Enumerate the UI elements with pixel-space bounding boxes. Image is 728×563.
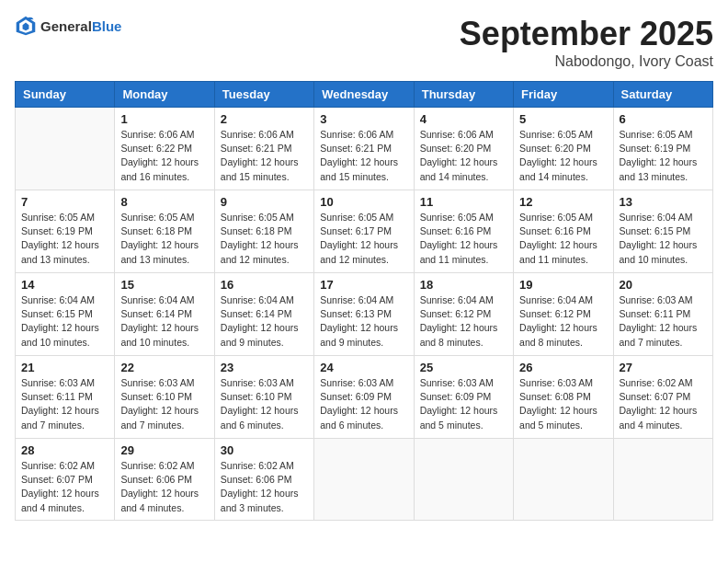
logo: GeneralBlue [15,15,121,37]
calendar-header-row: SundayMondayTuesdayWednesdayThursdayFrid… [16,82,713,108]
calendar-cell [16,108,115,190]
day-number: 28 [21,443,108,457]
calendar-cell: 17Sunrise: 6:04 AM Sunset: 6:13 PM Dayli… [314,273,414,356]
day-info: Sunrise: 6:03 AM Sunset: 6:10 PM Dayligh… [221,376,308,432]
day-info: Sunrise: 6:04 AM Sunset: 6:12 PM Dayligh… [519,293,607,350]
day-number: 4 [420,112,507,126]
day-number: 12 [519,195,607,209]
calendar-cell: 29Sunrise: 6:02 AM Sunset: 6:06 PM Dayli… [115,439,214,521]
day-number: 5 [519,112,607,126]
calendar-cell: 9Sunrise: 6:05 AM Sunset: 6:18 PM Daylig… [214,190,313,273]
calendar-cell: 20Sunrise: 6:03 AM Sunset: 6:11 PM Dayli… [613,273,712,356]
calendar-cell: 23Sunrise: 6:03 AM Sunset: 6:10 PM Dayli… [214,356,313,439]
day-number: 6 [620,112,707,126]
day-number: 25 [420,361,507,374]
day-number: 24 [320,361,407,374]
calendar-cell: 7Sunrise: 6:05 AM Sunset: 6:19 PM Daylig… [16,190,115,273]
calendar-cell: 24Sunrise: 6:03 AM Sunset: 6:09 PM Dayli… [314,356,414,439]
month-title: September 2025 [460,15,713,53]
column-header-tuesday: Tuesday [214,82,313,108]
calendar-cell: 2Sunrise: 6:06 AM Sunset: 6:21 PM Daylig… [214,108,313,190]
column-header-sunday: Sunday [16,82,115,108]
day-number: 17 [320,278,407,292]
calendar-week-row: 21Sunrise: 6:03 AM Sunset: 6:11 PM Dayli… [16,356,713,439]
calendar-cell [514,439,613,521]
day-number: 1 [120,112,208,126]
day-number: 18 [420,278,507,292]
day-info: Sunrise: 6:05 AM Sunset: 6:16 PM Dayligh… [519,211,607,267]
day-number: 14 [21,278,108,292]
day-number: 26 [519,361,607,374]
day-number: 30 [221,443,308,457]
day-number: 16 [221,278,308,292]
calendar-cell: 19Sunrise: 6:04 AM Sunset: 6:12 PM Dayli… [514,273,613,356]
day-info: Sunrise: 6:03 AM Sunset: 6:10 PM Dayligh… [120,376,208,432]
calendar-cell: 25Sunrise: 6:03 AM Sunset: 6:09 PM Dayli… [414,356,513,439]
page-header: GeneralBlue September 2025 Nabodongo, Iv… [15,15,713,70]
column-header-friday: Friday [514,82,613,108]
day-info: Sunrise: 6:05 AM Sunset: 6:17 PM Dayligh… [320,211,407,267]
day-info: Sunrise: 6:05 AM Sunset: 6:18 PM Dayligh… [221,211,308,267]
day-number: 22 [120,361,208,374]
calendar-cell: 21Sunrise: 6:03 AM Sunset: 6:11 PM Dayli… [16,356,115,439]
calendar-cell: 1Sunrise: 6:06 AM Sunset: 6:22 PM Daylig… [115,108,214,190]
calendar-cell [613,439,712,521]
day-number: 20 [620,278,707,292]
column-header-wednesday: Wednesday [314,82,414,108]
calendar-week-row: 7Sunrise: 6:05 AM Sunset: 6:19 PM Daylig… [16,190,713,273]
calendar-table: SundayMondayTuesdayWednesdayThursdayFrid… [15,81,713,521]
calendar-cell: 22Sunrise: 6:03 AM Sunset: 6:10 PM Dayli… [115,356,214,439]
calendar-cell: 28Sunrise: 6:02 AM Sunset: 6:07 PM Dayli… [16,439,115,521]
day-number: 15 [120,278,208,292]
calendar-cell: 30Sunrise: 6:02 AM Sunset: 6:06 PM Dayli… [214,439,313,521]
calendar-cell: 8Sunrise: 6:05 AM Sunset: 6:18 PM Daylig… [115,190,214,273]
calendar-cell: 10Sunrise: 6:05 AM Sunset: 6:17 PM Dayli… [314,190,414,273]
day-info: Sunrise: 6:05 AM Sunset: 6:20 PM Dayligh… [519,128,607,184]
calendar-cell: 5Sunrise: 6:05 AM Sunset: 6:20 PM Daylig… [514,108,613,190]
column-header-thursday: Thursday [414,82,513,108]
calendar-cell: 16Sunrise: 6:04 AM Sunset: 6:14 PM Dayli… [214,273,313,356]
day-info: Sunrise: 6:06 AM Sunset: 6:22 PM Dayligh… [120,128,208,184]
calendar-cell: 27Sunrise: 6:02 AM Sunset: 6:07 PM Dayli… [613,356,712,439]
day-info: Sunrise: 6:04 AM Sunset: 6:13 PM Dayligh… [320,293,407,350]
calendar-cell [414,439,513,521]
calendar-cell: 14Sunrise: 6:04 AM Sunset: 6:15 PM Dayli… [16,273,115,356]
day-info: Sunrise: 6:03 AM Sunset: 6:09 PM Dayligh… [420,376,507,432]
day-number: 2 [221,112,308,126]
calendar-cell: 26Sunrise: 6:03 AM Sunset: 6:08 PM Dayli… [514,356,613,439]
title-block: September 2025 Nabodongo, Ivory Coast [460,15,713,70]
calendar-cell: 6Sunrise: 6:05 AM Sunset: 6:19 PM Daylig… [613,108,712,190]
logo-text: GeneralBlue [40,18,121,34]
calendar-cell: 4Sunrise: 6:06 AM Sunset: 6:20 PM Daylig… [414,108,513,190]
day-number: 10 [320,195,407,209]
day-info: Sunrise: 6:04 AM Sunset: 6:12 PM Dayligh… [420,293,507,350]
calendar-cell: 13Sunrise: 6:04 AM Sunset: 6:15 PM Dayli… [613,190,712,273]
column-header-monday: Monday [115,82,214,108]
day-info: Sunrise: 6:05 AM Sunset: 6:18 PM Dayligh… [120,211,208,267]
column-header-saturday: Saturday [613,82,712,108]
day-info: Sunrise: 6:06 AM Sunset: 6:21 PM Dayligh… [221,128,308,184]
calendar-cell: 12Sunrise: 6:05 AM Sunset: 6:16 PM Dayli… [514,190,613,273]
day-info: Sunrise: 6:06 AM Sunset: 6:21 PM Dayligh… [320,128,407,184]
location: Nabodongo, Ivory Coast [460,53,713,70]
day-number: 7 [21,195,108,209]
day-info: Sunrise: 6:04 AM Sunset: 6:15 PM Dayligh… [21,293,108,350]
day-info: Sunrise: 6:03 AM Sunset: 6:09 PM Dayligh… [320,376,407,432]
day-info: Sunrise: 6:02 AM Sunset: 6:06 PM Dayligh… [221,459,308,515]
logo-icon [15,15,37,37]
day-number: 29 [120,443,208,457]
day-info: Sunrise: 6:04 AM Sunset: 6:14 PM Dayligh… [120,293,208,350]
day-info: Sunrise: 6:02 AM Sunset: 6:07 PM Dayligh… [21,459,108,515]
day-info: Sunrise: 6:03 AM Sunset: 6:11 PM Dayligh… [21,376,108,432]
day-number: 3 [320,112,407,126]
day-info: Sunrise: 6:05 AM Sunset: 6:16 PM Dayligh… [420,211,507,267]
day-info: Sunrise: 6:03 AM Sunset: 6:08 PM Dayligh… [519,376,607,432]
calendar-week-row: 28Sunrise: 6:02 AM Sunset: 6:07 PM Dayli… [16,439,713,521]
calendar-cell: 15Sunrise: 6:04 AM Sunset: 6:14 PM Dayli… [115,273,214,356]
calendar-cell: 11Sunrise: 6:05 AM Sunset: 6:16 PM Dayli… [414,190,513,273]
day-info: Sunrise: 6:03 AM Sunset: 6:11 PM Dayligh… [620,293,707,350]
day-number: 19 [519,278,607,292]
calendar-week-row: 14Sunrise: 6:04 AM Sunset: 6:15 PM Dayli… [16,273,713,356]
day-info: Sunrise: 6:05 AM Sunset: 6:19 PM Dayligh… [620,128,707,184]
day-info: Sunrise: 6:04 AM Sunset: 6:15 PM Dayligh… [620,211,707,267]
